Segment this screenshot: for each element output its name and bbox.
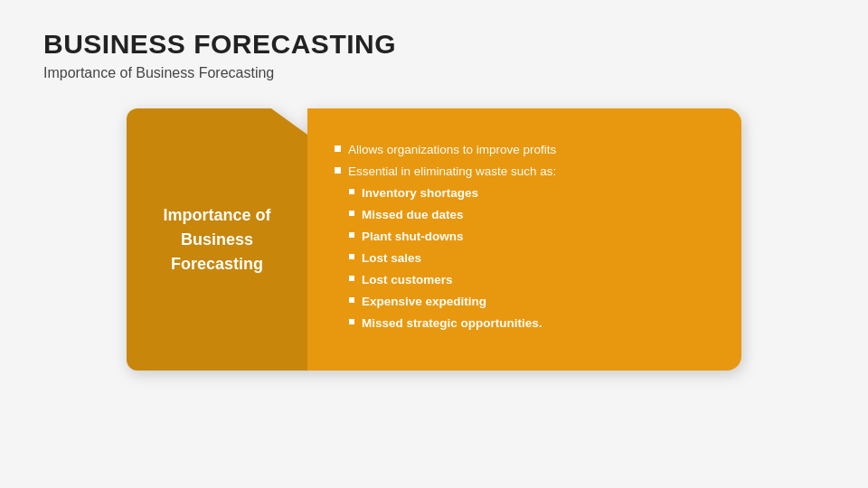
bullet-icon — [349, 254, 354, 259]
left-panel-title: Importance of Business Forecasting — [163, 203, 270, 277]
page-title: BUSINESS FORECASTING — [43, 29, 825, 60]
list-item: Inventory shortages — [335, 185, 714, 202]
sub-bullet-list: Inventory shortages Missed due dates Pla… — [335, 185, 714, 336]
list-item: Allows organizations to improve profits — [335, 142, 714, 159]
bullet-icon — [349, 319, 354, 324]
list-item: Missed strategic opportunities. — [335, 315, 714, 333]
list-item: Missed due dates — [335, 207, 714, 224]
list-item: Essential in eliminating waste such as: — [335, 164, 714, 181]
page-subtitle: Importance of Business Forecasting — [43, 65, 825, 81]
bullet-icon — [349, 189, 354, 194]
bullet-icon — [349, 276, 354, 281]
bullet-icon — [349, 297, 354, 303]
bullet-list: Allows organizations to improve profits … — [335, 142, 714, 185]
list-item: Lost sales — [335, 250, 714, 267]
slide: BUSINESS FORECASTING Importance of Busin… — [0, 0, 868, 488]
main-card: Importance of Business Forecasting Allow… — [127, 108, 741, 371]
list-item: Lost customers — [335, 272, 714, 289]
bullet-icon — [349, 232, 354, 238]
bullet-icon — [335, 167, 341, 174]
right-panel: Allows organizations to improve profits … — [307, 108, 741, 371]
list-item: Plant shut-downs — [335, 229, 714, 246]
bullet-icon — [349, 211, 354, 216]
list-item: Expensive expediting — [335, 294, 714, 311]
bullet-icon — [335, 145, 341, 152]
left-panel: Importance of Business Forecasting — [127, 108, 307, 371]
